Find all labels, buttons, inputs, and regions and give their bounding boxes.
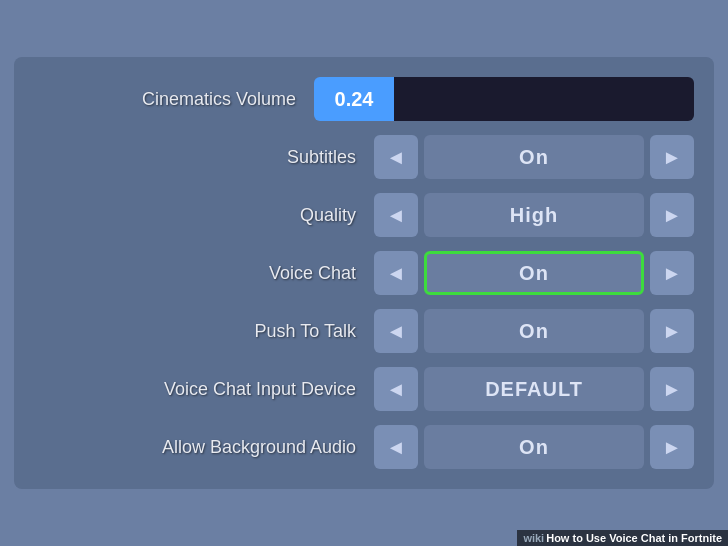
voice-chat-row: Voice Chat ◄ On ►: [34, 249, 694, 297]
voice-chat-input-device-label: Voice Chat Input Device: [116, 379, 356, 400]
allow-background-audio-value: On: [424, 425, 644, 469]
cinematics-volume-slider[interactable]: [394, 77, 694, 121]
push-to-talk-value: On: [424, 309, 644, 353]
subtitles-label: Subtitles: [116, 147, 356, 168]
quality-row: Quality ◄ High ►: [34, 191, 694, 239]
push-to-talk-left-btn[interactable]: ◄: [374, 309, 418, 353]
voice-chat-value: On: [424, 251, 644, 295]
voice-chat-label: Voice Chat: [116, 263, 356, 284]
voice-chat-input-device-row: Voice Chat Input Device ◄ DEFAULT ►: [34, 365, 694, 413]
voice-chat-right-btn[interactable]: ►: [650, 251, 694, 295]
quality-left-btn[interactable]: ◄: [374, 193, 418, 237]
subtitles-row: Subtitles ◄ On ►: [34, 133, 694, 181]
subtitles-value: On: [424, 135, 644, 179]
allow-bg-audio-left-btn[interactable]: ◄: [374, 425, 418, 469]
voice-chat-input-right-btn[interactable]: ►: [650, 367, 694, 411]
allow-background-audio-row: Allow Background Audio ◄ On ►: [34, 423, 694, 471]
watermark: wiki How to Use Voice Chat in Fortnite: [517, 530, 728, 546]
quality-value: High: [424, 193, 644, 237]
subtitles-right-btn[interactable]: ►: [650, 135, 694, 179]
voice-chat-input-left-btn[interactable]: ◄: [374, 367, 418, 411]
cinematics-volume-value: 0.24: [314, 77, 394, 121]
cinematics-volume-row: Cinematics Volume 0.24: [34, 75, 694, 123]
voice-chat-input-device-value: DEFAULT: [424, 367, 644, 411]
cinematics-volume-label: Cinematics Volume: [56, 89, 296, 110]
subtitles-left-btn[interactable]: ◄: [374, 135, 418, 179]
push-to-talk-right-btn[interactable]: ►: [650, 309, 694, 353]
push-to-talk-row: Push To Talk ◄ On ►: [34, 307, 694, 355]
allow-bg-audio-right-btn[interactable]: ►: [650, 425, 694, 469]
watermark-wiki: wiki: [523, 532, 544, 544]
settings-panel: Cinematics Volume 0.24 Subtitles ◄ On ► …: [14, 57, 714, 489]
allow-background-audio-label: Allow Background Audio: [116, 437, 356, 458]
push-to-talk-label: Push To Talk: [116, 321, 356, 342]
quality-label: Quality: [116, 205, 356, 226]
quality-right-btn[interactable]: ►: [650, 193, 694, 237]
watermark-how: How to Use Voice Chat in Fortnite: [546, 532, 722, 544]
voice-chat-left-btn[interactable]: ◄: [374, 251, 418, 295]
